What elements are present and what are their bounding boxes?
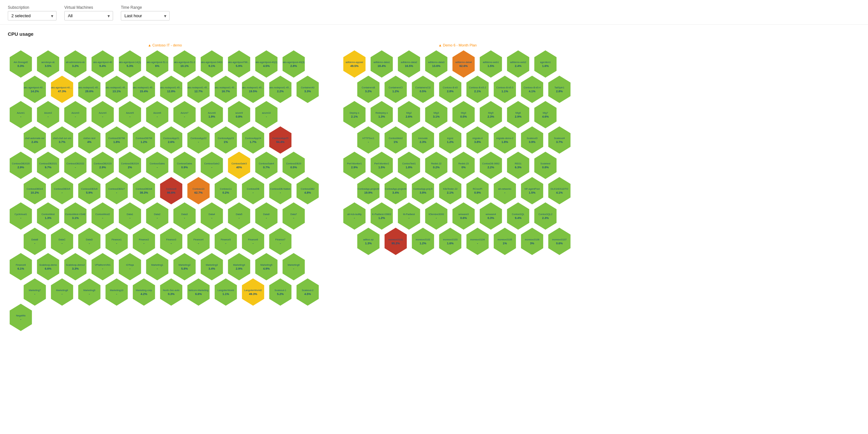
- hex-cell[interactable]: DataD-: [76, 227, 102, 256]
- hex-cell[interactable]: Data2-: [144, 202, 170, 230]
- hex-cell[interactable]: adfdemo-web11.5%: [478, 50, 504, 78]
- hex-cell[interactable]: alt-hcb-bullity-: [341, 202, 367, 230]
- hex-cell[interactable]: adfdemo-web22.4%: [505, 50, 531, 78]
- hex-cell[interactable]: Data3-: [172, 202, 197, 230]
- hex-cell[interactable]: Mig40.5%: [451, 100, 476, 129]
- hex-cell[interactable]: Azure7-: [172, 100, 197, 129]
- hex-cell[interactable]: Finance6-: [240, 227, 266, 256]
- hex-cell[interactable]: aks-nodepool1-457115.4%: [131, 75, 157, 104]
- hex-cell[interactable]: aks-agentpool-51-16%: [144, 50, 170, 78]
- hex-cell[interactable]: LangolierWorld249.3%: [240, 278, 266, 306]
- hex-cell[interactable]: aks-agentpool7880-15.9%: [226, 50, 252, 78]
- hex-cell[interactable]: ContosoApp241.7%: [240, 126, 266, 154]
- hex-cell[interactable]: moresvc01031.6%: [437, 227, 463, 256]
- hex-cell[interactable]: migrate-demo-21.8%: [492, 126, 518, 154]
- hex-cell[interactable]: ContosoDB3v65.9%: [76, 176, 102, 205]
- hex-cell[interactable]: Azure5-: [117, 100, 143, 129]
- hex-cell[interactable]: clother-test4%: [76, 126, 102, 154]
- hex-cell[interactable]: ContosoDB-: [240, 176, 266, 205]
- hex-cell[interactable]: ContosoDB20219.7%: [35, 151, 61, 180]
- vm-select[interactable]: All: [64, 11, 113, 21]
- hex-cell[interactable]: Scaleout-15.2%: [267, 278, 293, 306]
- hex-cell[interactable]: aks-agentpool-40(3)2.8%: [281, 50, 307, 78]
- hex-cell[interactable]: Finance2-: [131, 227, 157, 256]
- hex-cell[interactable]: ContosoApp212.6%: [158, 126, 184, 154]
- hex-cell[interactable]: adfdemo-data462.6%: [451, 50, 476, 78]
- hex-cell[interactable]: Data5-: [226, 202, 252, 230]
- hex-cell[interactable]: DataC-: [49, 227, 75, 256]
- hex-cell[interactable]: Mig62.9%: [505, 100, 531, 129]
- hex-cell[interactable]: ContosSQL9.4%: [505, 202, 531, 230]
- hex-cell[interactable]: ContoseSales0.9%: [172, 151, 197, 180]
- hex-cell[interactable]: ContosoDB7991.2%: [131, 126, 157, 154]
- hex-cell[interactable]: ContosoApp231%: [213, 126, 239, 154]
- hex-cell[interactable]: adfdemo-data118.4%: [369, 50, 395, 78]
- hex-cell[interactable]: ContosoDB24.8%: [294, 176, 321, 205]
- hex-cell[interactable]: Mig52.3%: [478, 100, 504, 129]
- hex-cell[interactable]: Marketing10-: [104, 278, 130, 306]
- hex-cell[interactable]: AA-StorageE0.3%: [8, 50, 34, 78]
- hex-cell[interactable]: Marketing6-: [281, 252, 307, 281]
- hex-cell[interactable]: North-Sec-auto0.3%: [158, 278, 184, 306]
- hex-cell[interactable]: ContosoDB3v838.3%: [131, 176, 157, 205]
- hex-cell[interactable]: Contoso-B-k52.8%: [437, 75, 463, 104]
- hex-cell[interactable]: moresvc010195.2%: [383, 227, 409, 256]
- hex-cell[interactable]: moresvc01063%: [519, 227, 545, 256]
- hex-cell[interactable]: IOTsqa-: [117, 252, 143, 281]
- hex-cell[interactable]: aks-agentpool-51-210.1%: [172, 50, 197, 78]
- hex-cell[interactable]: ContosoDB-Nation-: [267, 176, 293, 205]
- hex-cell[interactable]: ContosWeb21%: [383, 126, 409, 154]
- hex-cell[interactable]: moresvc01051%: [492, 227, 518, 256]
- hex-cell[interactable]: adfdemo-data313.6%: [423, 50, 449, 78]
- hex-cell[interactable]: Marketing9-: [76, 278, 102, 306]
- hex-cell[interactable]: Redist-220.2%: [423, 151, 449, 180]
- subscription-select-wrapper[interactable]: 2 selected: [8, 11, 57, 21]
- hex-cell[interactable]: ContainersCl20.5%: [410, 75, 436, 104]
- hex-cell[interactable]: NegaMix-: [8, 303, 34, 332]
- hex-cell[interactable]: Azure4-: [90, 100, 116, 129]
- hex-cell[interactable]: Contoso1062.7%: [185, 176, 212, 205]
- hex-cell[interactable]: Deploy-s2.1%: [341, 100, 367, 129]
- hex-cell[interactable]: moresvc01021.2%: [410, 227, 436, 256]
- hex-cell[interactable]: ContosWest2-: [90, 202, 116, 230]
- hex-cell[interactable]: Marketing7-: [22, 278, 48, 306]
- hex-cell[interactable]: Marketing42.9%: [226, 252, 252, 281]
- hex-cell[interactable]: Contoso-B-k5-22.1%: [465, 75, 491, 104]
- hex-cell[interactable]: ContosoDB3v7-: [104, 176, 130, 205]
- hex-cell[interactable]: ContosWest-VSAE3.1%: [62, 202, 88, 230]
- hex-cell[interactable]: aks-agentpool-4077847.3%: [49, 75, 75, 104]
- hex-cell[interactable]: K5embre3000-: [423, 202, 449, 230]
- hex-cell[interactable]: Contoso-B-k5-31.1%: [492, 75, 518, 104]
- hex-cell[interactable]: Mig74.6%: [532, 100, 558, 129]
- hex-cell[interactable]: moresvc0104-: [465, 227, 491, 256]
- time-range-select-wrapper[interactable]: Last hour: [121, 11, 169, 21]
- hex-cell[interactable]: ContosDB-98922.2%: [478, 151, 504, 180]
- hex-cell[interactable]: Contoso110.2%: [213, 176, 239, 205]
- hex-cell[interactable]: ContosoDB20232.9%: [90, 151, 116, 180]
- hex-cell[interactable]: ContosoSale2-: [199, 151, 225, 180]
- hex-cell[interactable]: azure10-: [253, 100, 279, 129]
- hex-cell[interactable]: ContainersB3.2%: [355, 75, 381, 104]
- hex-cell[interactable]: Azure6-: [144, 100, 170, 129]
- hex-cell[interactable]: Redeploy-s1.3%: [369, 100, 395, 129]
- hex-cell[interactable]: Finance3-: [158, 227, 184, 256]
- hex-cell[interactable]: aks-agentpool-40(2)4.5%: [253, 50, 279, 78]
- hex-cell[interactable]: Cyclicloud1-: [8, 202, 34, 230]
- hex-cell[interactable]: ContosoDB200.5%: [281, 151, 307, 180]
- hex-cell[interactable]: wmware40.3%: [478, 202, 504, 230]
- hex-cell[interactable]: Mig33.1%: [423, 100, 449, 129]
- hex-cell[interactable]: Redist-230%: [451, 151, 476, 180]
- subscription-select[interactable]: 2 selected: [8, 11, 57, 21]
- hex-cell[interactable]: Scaleout43.7%: [547, 126, 572, 154]
- hex-cell[interactable]: aks-nodepool1-457312.7%: [185, 75, 212, 104]
- hex-cell[interactable]: ContainerA03.3%: [294, 75, 321, 104]
- hex-cell[interactable]: Finance86.1%: [8, 252, 34, 281]
- hex-cell[interactable]: ContosoSales-: [144, 151, 170, 180]
- hex-cell[interactable]: Marketing33.4%: [199, 252, 225, 281]
- hex-cell[interactable]: azure90.8%: [226, 100, 252, 129]
- hex-cell[interactable]: Data1-: [117, 202, 143, 230]
- hex-cell[interactable]: Scaleout33.9%: [519, 126, 545, 154]
- hex-cell[interactable]: ContosApp-project43.4%: [383, 176, 409, 205]
- hex-cell[interactable]: Marketing54.9%: [253, 252, 279, 281]
- hex-cell[interactable]: Perf-Monitor21.5%: [369, 151, 395, 180]
